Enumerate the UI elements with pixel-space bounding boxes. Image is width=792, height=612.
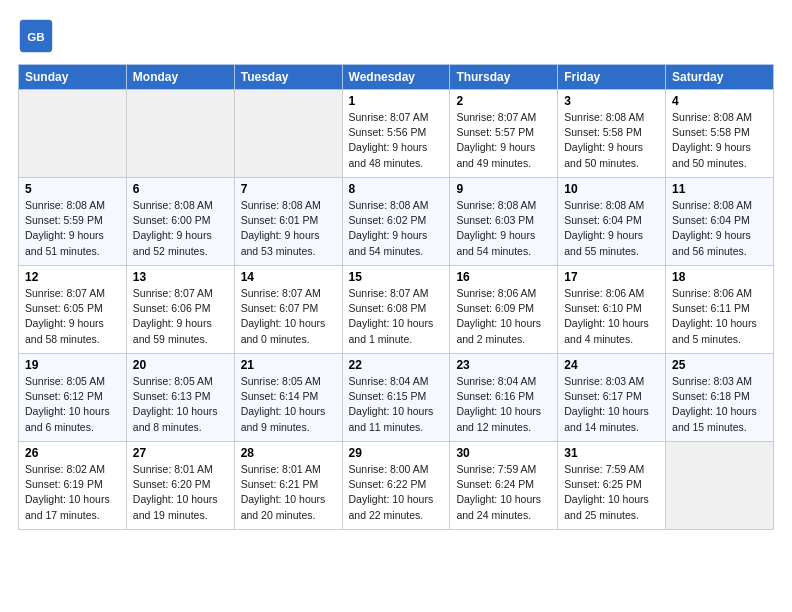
page: GB SundayMondayTuesdayWednesdayThursdayF… bbox=[0, 0, 792, 540]
header: GB bbox=[18, 18, 774, 54]
day-number: 7 bbox=[241, 182, 336, 196]
weekday-header-saturday: Saturday bbox=[666, 65, 774, 90]
calendar-day-29: 29Sunrise: 8:00 AM Sunset: 6:22 PM Dayli… bbox=[342, 442, 450, 530]
day-number: 8 bbox=[349, 182, 444, 196]
logo-icon: GB bbox=[18, 18, 54, 54]
calendar-week-row: 5Sunrise: 8:08 AM Sunset: 5:59 PM Daylig… bbox=[19, 178, 774, 266]
calendar-day-10: 10Sunrise: 8:08 AM Sunset: 6:04 PM Dayli… bbox=[558, 178, 666, 266]
day-number: 3 bbox=[564, 94, 659, 108]
day-info: Sunrise: 8:08 AM Sunset: 6:04 PM Dayligh… bbox=[564, 198, 659, 259]
day-number: 2 bbox=[456, 94, 551, 108]
day-number: 25 bbox=[672, 358, 767, 372]
calendar-week-row: 26Sunrise: 8:02 AM Sunset: 6:19 PM Dayli… bbox=[19, 442, 774, 530]
day-number: 26 bbox=[25, 446, 120, 460]
day-number: 14 bbox=[241, 270, 336, 284]
day-info: Sunrise: 8:08 AM Sunset: 5:58 PM Dayligh… bbox=[564, 110, 659, 171]
calendar-day-1: 1Sunrise: 8:07 AM Sunset: 5:56 PM Daylig… bbox=[342, 90, 450, 178]
day-info: Sunrise: 8:08 AM Sunset: 5:58 PM Dayligh… bbox=[672, 110, 767, 171]
day-info: Sunrise: 8:07 AM Sunset: 6:06 PM Dayligh… bbox=[133, 286, 228, 347]
calendar-week-row: 1Sunrise: 8:07 AM Sunset: 5:56 PM Daylig… bbox=[19, 90, 774, 178]
calendar-day-22: 22Sunrise: 8:04 AM Sunset: 6:15 PM Dayli… bbox=[342, 354, 450, 442]
calendar-day-30: 30Sunrise: 7:59 AM Sunset: 6:24 PM Dayli… bbox=[450, 442, 558, 530]
day-number: 9 bbox=[456, 182, 551, 196]
calendar-day-empty bbox=[666, 442, 774, 530]
calendar-day-25: 25Sunrise: 8:03 AM Sunset: 6:18 PM Dayli… bbox=[666, 354, 774, 442]
calendar-table: SundayMondayTuesdayWednesdayThursdayFrid… bbox=[18, 64, 774, 530]
calendar-day-5: 5Sunrise: 8:08 AM Sunset: 5:59 PM Daylig… bbox=[19, 178, 127, 266]
day-number: 1 bbox=[349, 94, 444, 108]
day-number: 23 bbox=[456, 358, 551, 372]
day-number: 16 bbox=[456, 270, 551, 284]
day-info: Sunrise: 8:05 AM Sunset: 6:14 PM Dayligh… bbox=[241, 374, 336, 435]
day-number: 21 bbox=[241, 358, 336, 372]
calendar-day-16: 16Sunrise: 8:06 AM Sunset: 6:09 PM Dayli… bbox=[450, 266, 558, 354]
day-info: Sunrise: 8:08 AM Sunset: 6:02 PM Dayligh… bbox=[349, 198, 444, 259]
day-number: 19 bbox=[25, 358, 120, 372]
day-number: 6 bbox=[133, 182, 228, 196]
day-number: 31 bbox=[564, 446, 659, 460]
day-number: 5 bbox=[25, 182, 120, 196]
calendar-day-12: 12Sunrise: 8:07 AM Sunset: 6:05 PM Dayli… bbox=[19, 266, 127, 354]
day-info: Sunrise: 8:07 AM Sunset: 6:05 PM Dayligh… bbox=[25, 286, 120, 347]
day-info: Sunrise: 8:03 AM Sunset: 6:17 PM Dayligh… bbox=[564, 374, 659, 435]
day-number: 24 bbox=[564, 358, 659, 372]
calendar-day-9: 9Sunrise: 8:08 AM Sunset: 6:03 PM Daylig… bbox=[450, 178, 558, 266]
calendar-day-6: 6Sunrise: 8:08 AM Sunset: 6:00 PM Daylig… bbox=[126, 178, 234, 266]
calendar-day-24: 24Sunrise: 8:03 AM Sunset: 6:17 PM Dayli… bbox=[558, 354, 666, 442]
calendar-day-28: 28Sunrise: 8:01 AM Sunset: 6:21 PM Dayli… bbox=[234, 442, 342, 530]
day-info: Sunrise: 7:59 AM Sunset: 6:25 PM Dayligh… bbox=[564, 462, 659, 523]
logo: GB bbox=[18, 18, 60, 54]
day-info: Sunrise: 8:03 AM Sunset: 6:18 PM Dayligh… bbox=[672, 374, 767, 435]
day-info: Sunrise: 8:08 AM Sunset: 6:03 PM Dayligh… bbox=[456, 198, 551, 259]
day-info: Sunrise: 7:59 AM Sunset: 6:24 PM Dayligh… bbox=[456, 462, 551, 523]
day-info: Sunrise: 8:08 AM Sunset: 5:59 PM Dayligh… bbox=[25, 198, 120, 259]
calendar-day-13: 13Sunrise: 8:07 AM Sunset: 6:06 PM Dayli… bbox=[126, 266, 234, 354]
day-info: Sunrise: 8:05 AM Sunset: 6:12 PM Dayligh… bbox=[25, 374, 120, 435]
day-info: Sunrise: 8:07 AM Sunset: 6:07 PM Dayligh… bbox=[241, 286, 336, 347]
calendar-day-18: 18Sunrise: 8:06 AM Sunset: 6:11 PM Dayli… bbox=[666, 266, 774, 354]
day-number: 28 bbox=[241, 446, 336, 460]
calendar-day-7: 7Sunrise: 8:08 AM Sunset: 6:01 PM Daylig… bbox=[234, 178, 342, 266]
calendar-day-20: 20Sunrise: 8:05 AM Sunset: 6:13 PM Dayli… bbox=[126, 354, 234, 442]
day-info: Sunrise: 8:08 AM Sunset: 6:01 PM Dayligh… bbox=[241, 198, 336, 259]
day-number: 12 bbox=[25, 270, 120, 284]
day-info: Sunrise: 8:06 AM Sunset: 6:09 PM Dayligh… bbox=[456, 286, 551, 347]
day-number: 13 bbox=[133, 270, 228, 284]
day-info: Sunrise: 8:07 AM Sunset: 5:56 PM Dayligh… bbox=[349, 110, 444, 171]
calendar-day-2: 2Sunrise: 8:07 AM Sunset: 5:57 PM Daylig… bbox=[450, 90, 558, 178]
calendar-day-empty bbox=[234, 90, 342, 178]
calendar-day-19: 19Sunrise: 8:05 AM Sunset: 6:12 PM Dayli… bbox=[19, 354, 127, 442]
day-number: 30 bbox=[456, 446, 551, 460]
calendar-day-15: 15Sunrise: 8:07 AM Sunset: 6:08 PM Dayli… bbox=[342, 266, 450, 354]
day-info: Sunrise: 8:08 AM Sunset: 6:00 PM Dayligh… bbox=[133, 198, 228, 259]
day-number: 10 bbox=[564, 182, 659, 196]
day-info: Sunrise: 8:07 AM Sunset: 5:57 PM Dayligh… bbox=[456, 110, 551, 171]
day-info: Sunrise: 8:02 AM Sunset: 6:19 PM Dayligh… bbox=[25, 462, 120, 523]
day-number: 4 bbox=[672, 94, 767, 108]
day-number: 29 bbox=[349, 446, 444, 460]
day-number: 15 bbox=[349, 270, 444, 284]
day-number: 27 bbox=[133, 446, 228, 460]
day-info: Sunrise: 8:04 AM Sunset: 6:16 PM Dayligh… bbox=[456, 374, 551, 435]
calendar-day-14: 14Sunrise: 8:07 AM Sunset: 6:07 PM Dayli… bbox=[234, 266, 342, 354]
calendar-day-26: 26Sunrise: 8:02 AM Sunset: 6:19 PM Dayli… bbox=[19, 442, 127, 530]
calendar-day-4: 4Sunrise: 8:08 AM Sunset: 5:58 PM Daylig… bbox=[666, 90, 774, 178]
weekday-header-row: SundayMondayTuesdayWednesdayThursdayFrid… bbox=[19, 65, 774, 90]
day-info: Sunrise: 8:01 AM Sunset: 6:20 PM Dayligh… bbox=[133, 462, 228, 523]
calendar-day-31: 31Sunrise: 7:59 AM Sunset: 6:25 PM Dayli… bbox=[558, 442, 666, 530]
day-number: 17 bbox=[564, 270, 659, 284]
svg-text:GB: GB bbox=[27, 30, 45, 43]
day-number: 22 bbox=[349, 358, 444, 372]
weekday-header-thursday: Thursday bbox=[450, 65, 558, 90]
day-number: 11 bbox=[672, 182, 767, 196]
day-info: Sunrise: 8:07 AM Sunset: 6:08 PM Dayligh… bbox=[349, 286, 444, 347]
calendar-week-row: 12Sunrise: 8:07 AM Sunset: 6:05 PM Dayli… bbox=[19, 266, 774, 354]
calendar-day-21: 21Sunrise: 8:05 AM Sunset: 6:14 PM Dayli… bbox=[234, 354, 342, 442]
day-number: 18 bbox=[672, 270, 767, 284]
calendar-day-empty bbox=[126, 90, 234, 178]
day-info: Sunrise: 8:06 AM Sunset: 6:10 PM Dayligh… bbox=[564, 286, 659, 347]
calendar-day-8: 8Sunrise: 8:08 AM Sunset: 6:02 PM Daylig… bbox=[342, 178, 450, 266]
calendar-day-17: 17Sunrise: 8:06 AM Sunset: 6:10 PM Dayli… bbox=[558, 266, 666, 354]
weekday-header-sunday: Sunday bbox=[19, 65, 127, 90]
calendar-day-23: 23Sunrise: 8:04 AM Sunset: 6:16 PM Dayli… bbox=[450, 354, 558, 442]
